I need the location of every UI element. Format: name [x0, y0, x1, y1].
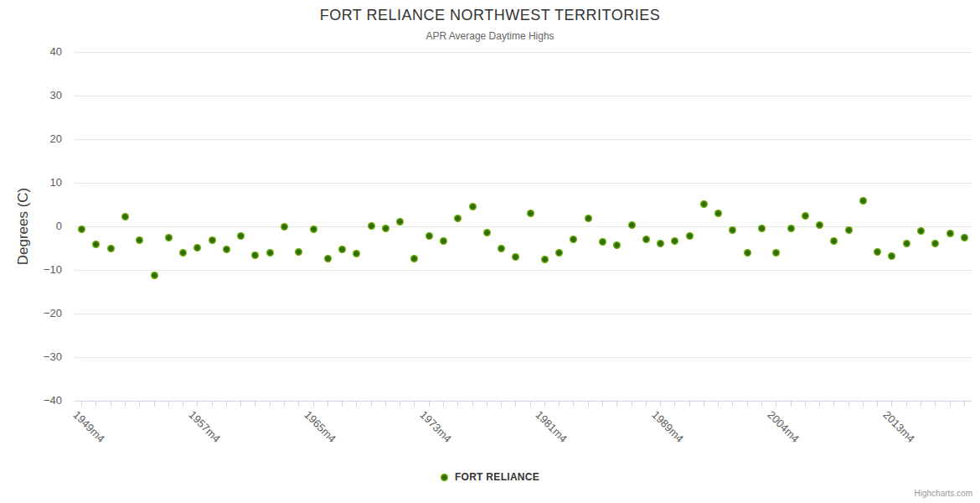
data-point[interactable]: [251, 252, 259, 259]
data-point[interactable]: [179, 249, 187, 257]
data-point[interactable]: [686, 232, 694, 240]
y-axis-label: 10: [20, 176, 62, 189]
gridline: [75, 357, 972, 358]
data-point[interactable]: [469, 203, 477, 210]
data-point[interactable]: [440, 237, 447, 245]
x-axis-tick: [632, 401, 632, 407]
x-axis-tick: [515, 401, 516, 407]
data-point[interactable]: [599, 238, 606, 246]
data-point[interactable]: [353, 250, 360, 257]
data-point[interactable]: [209, 236, 216, 244]
data-point[interactable]: [136, 236, 143, 244]
data-point[interactable]: [570, 236, 577, 243]
data-point[interactable]: [802, 212, 809, 220]
data-point[interactable]: [845, 226, 853, 234]
data-point[interactable]: [628, 221, 636, 229]
legend-item-fort-reliance[interactable]: FORT RELIANCE: [0, 471, 980, 483]
x-axis-tick: [921, 401, 921, 407]
data-point[interactable]: [859, 197, 867, 205]
x-axis-tick: [139, 401, 140, 407]
credits-link[interactable]: Highcharts.com: [915, 489, 972, 498]
x-axis-tick: [255, 401, 255, 407]
x-axis-tick: [472, 401, 473, 407]
chart-subtitle: APR Average Daytime Highs: [0, 30, 980, 42]
x-axis-tick: [298, 401, 299, 407]
x-axis-tick: [776, 401, 776, 407]
data-point[interactable]: [555, 249, 563, 257]
data-point[interactable]: [816, 221, 823, 229]
y-axis-label: 40: [20, 45, 62, 59]
x-axis-tick: [226, 401, 227, 407]
x-axis-tick: [356, 401, 357, 407]
x-axis-label: 1957m4: [186, 408, 223, 445]
data-point[interactable]: [961, 234, 968, 241]
y-axis-label: −40: [20, 394, 62, 407]
x-axis-tick: [819, 401, 820, 407]
data-point[interactable]: [903, 240, 910, 247]
data-point[interactable]: [772, 249, 780, 257]
data-point[interactable]: [295, 248, 302, 256]
data-point[interactable]: [700, 200, 708, 208]
data-point[interactable]: [151, 272, 158, 279]
data-point[interactable]: [714, 210, 722, 217]
y-axis-label: −20: [20, 307, 62, 320]
gridline: [75, 226, 972, 227]
data-point[interactable]: [657, 240, 664, 247]
data-point[interactable]: [917, 227, 925, 235]
x-axis-tick: [284, 401, 285, 407]
data-point[interactable]: [744, 249, 751, 257]
data-point[interactable]: [410, 255, 418, 262]
data-point[interactable]: [888, 252, 895, 260]
x-axis-tick: [313, 401, 314, 407]
data-point[interactable]: [874, 248, 881, 256]
x-axis-tick: [111, 401, 111, 407]
data-point[interactable]: [758, 225, 766, 232]
x-axis-tick: [240, 401, 241, 407]
data-point[interactable]: [527, 210, 534, 217]
data-point[interactable]: [830, 237, 838, 245]
data-point[interactable]: [281, 223, 288, 231]
data-point[interactable]: [787, 225, 795, 232]
data-point[interactable]: [382, 225, 389, 232]
data-point[interactable]: [498, 245, 505, 252]
data-point[interactable]: [541, 256, 549, 263]
data-point[interactable]: [78, 226, 85, 233]
data-point[interactable]: [310, 226, 317, 233]
data-point[interactable]: [338, 246, 346, 253]
data-point[interactable]: [92, 241, 100, 248]
data-point[interactable]: [671, 237, 678, 245]
data-point[interactable]: [266, 249, 274, 257]
data-point[interactable]: [931, 240, 939, 247]
data-point[interactable]: [642, 236, 650, 243]
x-axis-tick: [906, 401, 907, 407]
data-point[interactable]: [729, 226, 736, 234]
data-point[interactable]: [396, 218, 404, 226]
data-point[interactable]: [107, 245, 115, 252]
data-point[interactable]: [454, 215, 462, 222]
x-axis-tick: [457, 401, 458, 407]
data-point[interactable]: [946, 230, 954, 237]
data-point[interactable]: [223, 246, 230, 253]
gridline: [75, 52, 972, 53]
data-point[interactable]: [585, 215, 592, 222]
x-axis-tick: [674, 401, 675, 407]
data-point[interactable]: [237, 232, 245, 240]
data-point[interactable]: [483, 229, 491, 236]
data-point[interactable]: [368, 222, 375, 230]
data-point[interactable]: [512, 253, 519, 261]
x-axis-label: 2013m4: [880, 408, 917, 445]
x-axis-tick: [371, 401, 372, 407]
y-axis-label: −30: [20, 350, 62, 364]
gridline: [75, 96, 972, 96]
data-point[interactable]: [613, 241, 621, 249]
gridline: [75, 314, 972, 314]
x-axis-tick: [342, 401, 343, 407]
x-axis-tick: [747, 401, 748, 407]
data-point[interactable]: [426, 232, 433, 240]
data-point[interactable]: [193, 244, 201, 252]
x-axis-tick: [964, 401, 965, 407]
data-point[interactable]: [121, 213, 129, 220]
data-point[interactable]: [324, 255, 332, 262]
data-point[interactable]: [165, 234, 173, 241]
x-axis-tick: [414, 401, 415, 407]
